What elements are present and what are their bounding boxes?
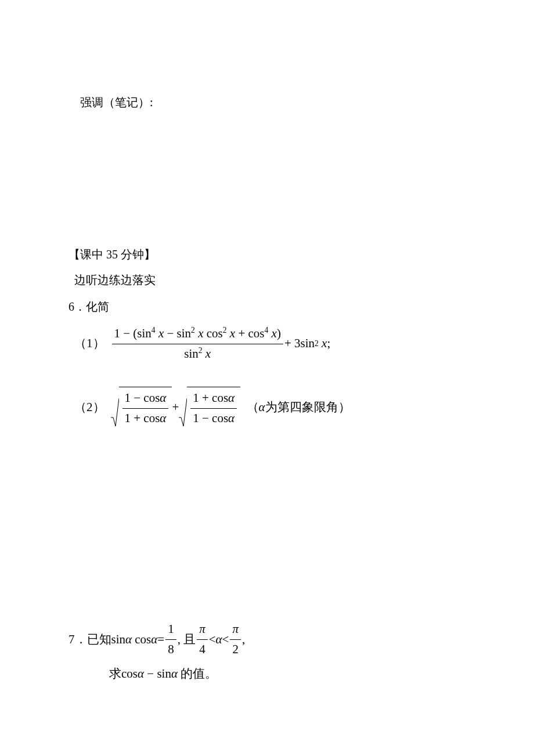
sqrt-1: 1 − cosα 1 + cosα: [111, 387, 172, 428]
radical-icon: [111, 387, 119, 428]
q6-p1-label: （1）: [74, 334, 105, 354]
q6-p2-label: （2）: [74, 398, 105, 417]
section-subtitle: 边听边练边落实: [74, 271, 476, 289]
section-header: 【课中 35 分钟】: [68, 245, 476, 264]
q7-line2: 求cosα − sinα 的值。: [109, 664, 476, 684]
sqrt-2: 1 + cosα 1 − cosα: [179, 387, 240, 428]
q6-title: 化简: [86, 300, 109, 313]
q7-line1: 7． 已知 sinα cosα = 1 8 , 且 π 4 < α < π 2 …: [68, 620, 476, 659]
radical-icon: [179, 387, 187, 428]
q6-p1-fraction: 1 − (sin4 x − sin2 x cos2 x + cos4 x) si…: [112, 324, 283, 363]
q6-part1-formula: （1） 1 − (sin4 x − sin2 x cos2 x + cos4 x…: [74, 324, 476, 363]
notes-label: 强调（笔记）:: [80, 93, 476, 111]
q6-number: 6．: [68, 300, 86, 313]
q6-part2-formula: （2） 1 − cosα 1 + cosα + 1 + cosα 1 − cos…: [74, 387, 476, 428]
question-7: 7． 已知 sinα cosα = 1 8 , 且 π 4 < α < π 2 …: [68, 620, 476, 683]
question-6-header: 6．化简: [68, 297, 476, 316]
